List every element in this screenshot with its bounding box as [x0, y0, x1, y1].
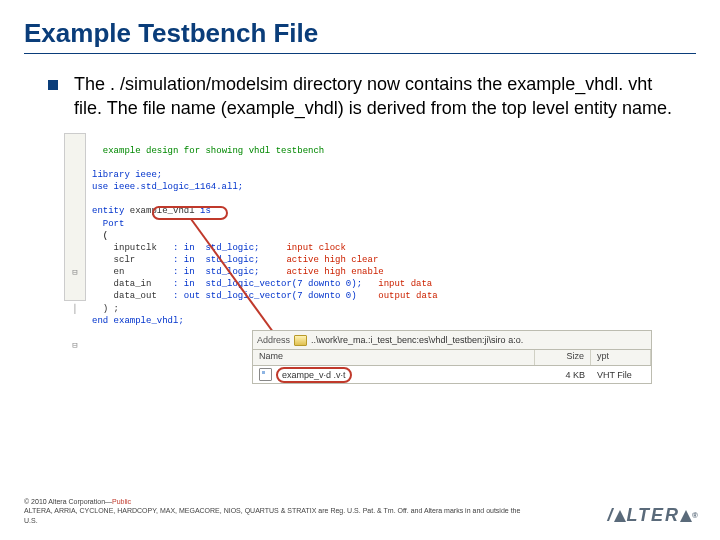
footer-public: Public [112, 498, 131, 505]
code-gutter: ⊟ │ ⊟ ⊟ [64, 133, 86, 301]
code-keyword: entity [92, 206, 124, 216]
code-port-dir: : in std_logic_vector(7 downto 0); [173, 279, 362, 289]
code-keyword: is [200, 206, 211, 216]
code-port-cmt: active high enable [286, 267, 383, 277]
registered-icon: ® [692, 511, 698, 520]
altera-logo: /LTER® [607, 505, 698, 526]
file-list-header: Name Size ypt [252, 350, 652, 366]
code-port: en [114, 267, 125, 277]
file-type: VHT File [591, 370, 651, 380]
gutter-row [65, 449, 85, 461]
file-name-highlight: exampe_v·d .v·t [276, 367, 352, 383]
gutter-row [65, 376, 85, 388]
code-lib: use ieee.std_logic_1164.all; [92, 182, 243, 192]
gutter-row [65, 231, 85, 243]
footer-legal: ALTERA, ARRIA, CYCLONE, HARDCOPY, MAX, M… [24, 507, 520, 524]
file-size: 4 KB [535, 370, 591, 380]
col-name[interactable]: Name [253, 350, 535, 365]
file-browser: Address ..\work\re_ma.:i_test_benc:es\vh… [252, 330, 652, 384]
footer: © 2010 Altera Corporation—Public ALTERA,… [24, 497, 524, 526]
code-port-dir: : out std_logic_vector(7 downto 0) [173, 291, 357, 301]
gutter-row [65, 158, 85, 170]
code-port-cmt: input clock [286, 243, 345, 253]
title-underline [24, 53, 696, 54]
file-name-cell: exampe_v·d .v·t [253, 367, 535, 383]
body-row: The . /simulation/modelsim directory now… [0, 72, 720, 121]
footer-copyright: © 2010 Altera Corporation— [24, 498, 112, 505]
col-size[interactable]: Size [535, 350, 591, 365]
gutter-row: │ [65, 303, 85, 315]
code-port-cmt: output data [378, 291, 437, 301]
code-port: data_in [114, 279, 152, 289]
bullet-icon [48, 80, 58, 90]
code-port-dir: : in std_logic; [173, 243, 259, 253]
gutter-row [65, 485, 85, 497]
logo-triangle-icon [614, 510, 626, 522]
logo-triangle-icon [680, 510, 692, 522]
file-row[interactable]: exampe_v·d .v·t 4 KB VHT File [252, 366, 652, 384]
code-end-entity: end example_vhdl; [92, 316, 184, 326]
body-text: The . /simulation/modelsim directory now… [74, 72, 672, 121]
page-title: Example Testbench File [0, 0, 720, 53]
code-port: data_out [114, 291, 157, 301]
gutter-row [65, 413, 85, 425]
logo-text: LTER [626, 505, 680, 526]
code-port-cmt: input data [378, 279, 432, 289]
file-icon [259, 368, 272, 381]
code-lib: library ieee; [92, 170, 162, 180]
gutter-row: ⊟ [65, 340, 85, 352]
code-entity-name: example_vhdl [130, 206, 195, 216]
code-port: inputclk [114, 243, 157, 253]
address-bar[interactable]: Address ..\work\re_ma.:i_test_benc:es\vh… [252, 330, 652, 350]
address-path: ..\work\re_ma.:i_test_benc:es\vhdl_testb… [311, 335, 647, 345]
code-comment: example design for showing vhdl testbenc… [103, 146, 324, 156]
folder-icon [294, 335, 307, 346]
code-keyword: Port [103, 219, 125, 229]
col-type[interactable]: ypt [591, 350, 651, 365]
code-listing: ⊟ │ ⊟ ⊟ example design for showing vhdl … [92, 133, 552, 303]
address-label: Address [257, 335, 290, 345]
code-port-cmt: active high clear [286, 255, 378, 265]
code-end-port: ) ; [103, 304, 119, 314]
logo-slash: / [607, 505, 614, 526]
code-port-dir: : in std_logic; [173, 267, 259, 277]
code-port: sclr [114, 255, 136, 265]
gutter-row [65, 194, 85, 206]
gutter-row: ⊟ [65, 267, 85, 279]
code-port-dir: : in std_logic; [173, 255, 259, 265]
